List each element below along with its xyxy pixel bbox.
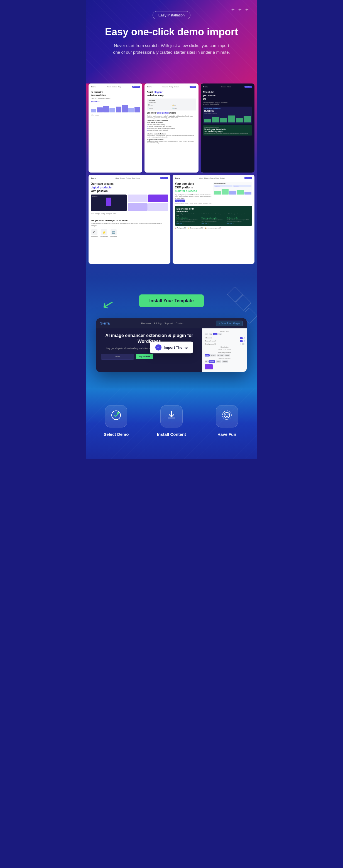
step-2-title: Install Content [147,432,196,437]
screenshot-analytics: Sierra AboutServicesBlog Get Started he … [89,84,142,173]
settings-original[interactable]: Original [209,361,215,363]
install-template-button[interactable]: Install Your Template [139,294,204,307]
settings-advanced-toggle[interactable] [240,337,244,339]
demo-header: Sierra Features Pricing Support Contact … [96,318,247,329]
settings-masked-group: Masked content Fill Original Latent Noth… [205,358,244,363]
settings-fill[interactable]: Fill [205,361,208,363]
demo-screenshot-container: Sierra Features Pricing Support Contact … [96,318,247,372]
settings-creative-model-toggle[interactable] [240,343,244,345]
settings-latent[interactable]: Latent [216,361,221,363]
settings-creative-model-row: Creative model [205,343,244,345]
settings-general-model-row: General model [205,340,244,342]
import-theme-overlay: ✓ Import Theme [150,342,193,353]
settings-color-preview-group [205,364,244,370]
settings-sampling-group: Sampling method Euler DPM++ 2M Karse DDP… [205,352,244,356]
settings-general-model-label: General model [205,340,216,342]
demo-nav: Features Pricing Support Contact [141,322,185,325]
demo-nav-features: Features [141,322,151,325]
settings-2m[interactable]: 2M Karse [217,354,224,356]
screenshot-builder: Sierra FeaturesPricingContact Free trial… [145,84,198,173]
demo-nav-contact: Contact [176,322,185,325]
demo-settings-panel: Aspect ratio 1:1 4:3 16:9 2:1 Advanced G… [202,329,247,372]
step-icon-wrap-2 [160,405,183,428]
hero-section: ✦✦✦ Easy Installation Easy one-click dem… [86,0,257,84]
settings-resolution-value: ASTM 13057 18053 [205,349,244,350]
settings-opt-2x1[interactable]: 2:1 [218,333,222,335]
settings-general-model-toggle[interactable] [240,340,244,342]
step-select-demo: Select Demo [91,405,141,437]
select-demo-icon [111,410,122,423]
settings-aspect-label: Aspect ratio [205,331,244,332]
settings-sampling-label: Sampling method [205,352,244,353]
steps-section: Select Demo Install Content [86,389,257,459]
steps-grid: Select Demo Install Content [91,405,252,437]
screenshot-agency: Sierra AboutServicesProjectsBlogContact … [89,175,170,264]
step-have-fun: Have Fun [202,405,252,437]
settings-creative-model-label: Creative model [205,343,216,345]
settings-advanced-label: Advanced [205,337,212,339]
screenshots-section: Sierra AboutServicesBlog Get Started he … [86,84,257,278]
easy-installation-badge: Easy Installation [153,11,191,19]
install-content-icon [166,410,177,423]
demo-nav-support: Support [164,322,173,325]
settings-resolution-group: Resolution ASTM 13057 18053 [205,346,244,350]
svg-point-3 [117,412,119,414]
svg-point-4 [225,414,226,415]
settings-aspect-options: 1:1 4:3 16:9 2:1 [205,333,244,335]
hero-subtitle: Never start from scratch. With just a fe… [110,42,233,56]
hero-title: Easy one-click demo import [91,26,252,38]
settings-advanced-row: Advanced [205,337,244,339]
demo-logo: Sierra [100,321,110,325]
arrow-decoration: ↙ [101,296,116,312]
import-check-icon: ✓ [155,344,161,351]
settings-color-preview[interactable] [205,364,213,370]
settings-resolution-label: Resolution [205,346,244,348]
corner-decoration: ✦✦✦ [231,7,249,13]
demo-download-btn[interactable]: ↓ Download Plugin [216,320,243,326]
settings-dpm[interactable]: DPM++ [210,354,216,356]
settings-masked-options: Fill Original Latent Nothing [205,361,244,363]
screenshots-row-1: Sierra AboutServicesBlog Get Started he … [89,84,254,173]
screenshots-row-2: Sierra AboutServicesProjectsBlogContact … [89,175,254,264]
step-icon-wrap-3 [216,405,238,428]
demo-email-input[interactable]: Email [101,354,134,360]
settings-opt-4x3[interactable]: 4:3 [209,333,212,335]
settings-nothing[interactable]: Nothing [222,361,228,363]
screenshot-revolution: Sierra ServicesAbout Get Started Revolut… [201,84,254,173]
step-install-content: Install Content [147,405,196,437]
settings-opt-16x9[interactable]: 16:9 [213,333,217,335]
settings-opt-1x1[interactable]: 1:1 [205,333,208,335]
settings-sampling-options: Euler DPM++ 2M Karse DDPM [205,354,244,356]
demo-email-row: Email Try for free [101,354,198,360]
import-theme-label: Import Theme [164,345,188,349]
svg-point-5 [227,414,228,415]
demo-nav-pricing: Pricing [154,322,161,325]
step-3-title: Have Fun [202,432,252,437]
settings-masked-label: Masked content [205,358,244,360]
step-icon-wrap-1 [105,405,127,428]
screenshot-crm: Sierra AboutSolutionsPricingNewsContact … [173,175,254,264]
have-fun-icon [221,410,232,423]
settings-ddpm[interactable]: DDPM [224,354,230,356]
settings-euler[interactable]: Euler [205,354,210,356]
install-section: ↙ Install Your Template Sierra Features … [86,278,257,389]
demo-try-button[interactable]: Try for free [136,354,153,359]
step-1-title: Select Demo [91,432,141,437]
